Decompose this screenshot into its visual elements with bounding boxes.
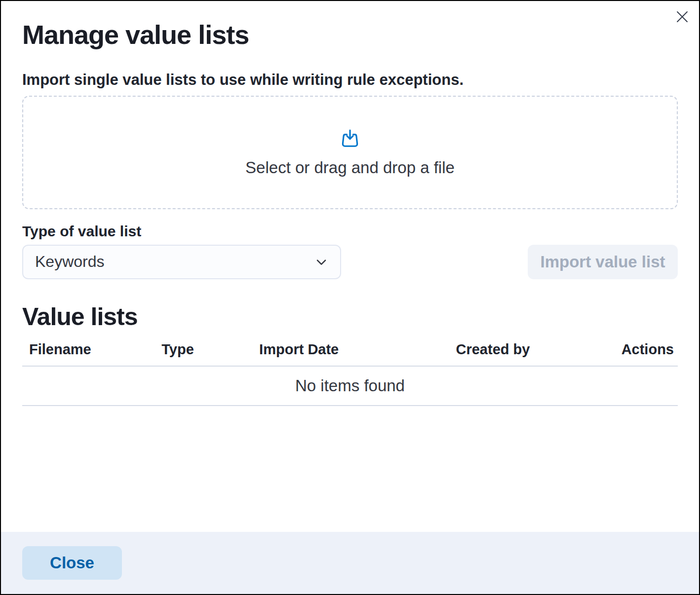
modal-close-button[interactable]	[671, 6, 693, 28]
value-lists-heading: Value lists	[22, 302, 678, 332]
dropzone-prompt: Select or drag and drop a file	[245, 158, 455, 177]
column-header-actions: Actions	[596, 341, 678, 358]
column-header-filename: Filename	[22, 341, 155, 358]
value-list-type-select[interactable]: Keywords	[22, 245, 341, 279]
modal-title: Manage value lists	[22, 19, 678, 51]
value-lists-table: Filename Type Import Date Created by Act…	[22, 332, 678, 406]
import-description: Import single value lists to use while w…	[22, 71, 678, 89]
empty-table-message: No items found	[22, 367, 678, 406]
modal-body: Manage value lists Import single value l…	[1, 1, 699, 532]
content-spacer	[22, 406, 678, 532]
import-value-list-button[interactable]: Import value list	[528, 245, 678, 279]
column-header-type: Type	[155, 341, 252, 358]
controls-row: Keywords Import value list	[22, 245, 678, 279]
manage-value-lists-modal: Manage value lists Import single value l…	[0, 0, 700, 595]
table-header-row: Filename Type Import Date Created by Act…	[22, 332, 678, 367]
close-icon	[674, 8, 691, 25]
import-icon	[339, 128, 361, 150]
chevron-down-icon	[313, 254, 329, 270]
column-header-import-date: Import Date	[252, 341, 449, 358]
type-of-value-list-label: Type of value list	[22, 223, 678, 240]
selected-type-value: Keywords	[35, 253, 105, 271]
modal-footer: Close	[1, 532, 699, 594]
close-button[interactable]: Close	[22, 546, 122, 580]
file-dropzone[interactable]: Select or drag and drop a file	[22, 96, 678, 209]
column-header-created-by: Created by	[449, 341, 597, 358]
